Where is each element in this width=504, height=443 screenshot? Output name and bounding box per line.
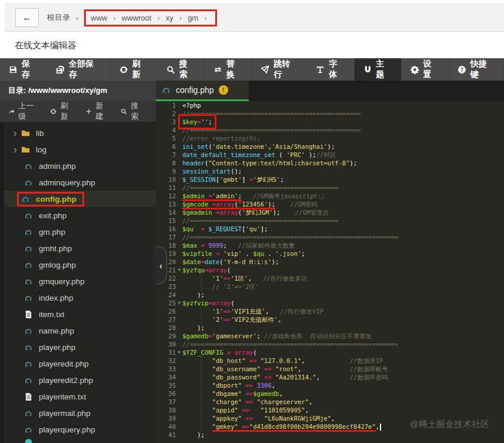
search-button[interactable]: 搜索	[121, 101, 144, 122]
online-text-editor-app: ← 根目录 › www›wwwroot›xy›gm› 在线文本编辑器 保存全部保…	[0, 0, 504, 443]
code-line: 33 "db_username" => "root", //数据库帐号	[156, 365, 504, 373]
code-text: ini_set('date.timezone','Asia/Shanghai')…	[182, 142, 335, 151]
hotkeys-button[interactable]: 快捷键	[449, 58, 504, 81]
tree-item-name-php[interactable]: name.php	[4, 322, 156, 339]
code-text: $qu = $_REQUEST['qu'];	[182, 225, 268, 233]
code-editor[interactable]: config.php ! 1<?php2//==================…	[156, 81, 504, 443]
tree-item-playeritem-txt[interactable]: playeritem.txt	[4, 388, 156, 405]
up-level-button[interactable]: 上一级	[8, 101, 38, 122]
code-text: "db_host" => "127.0.0.1", //数据库IP	[182, 357, 383, 365]
line-number: 6	[156, 142, 176, 151]
tab-config-php[interactable]: config.php !	[156, 81, 249, 101]
fold-slot	[176, 365, 182, 373]
code-line: 34 "db_password" => "Aa201314.", //数据库密码	[156, 373, 504, 381]
breadcrumb-bar: ← 根目录 › www›wwwroot›xy›gm›	[5, 4, 504, 32]
tree-item-gmquery-php[interactable]: gmquery.php	[4, 273, 156, 289]
annotation-box: $key='';	[182, 118, 212, 125]
code-text: //======================================…	[182, 340, 398, 348]
code-line: 11//====================================…	[156, 184, 504, 192]
breadcrumb-separator: ›	[179, 14, 182, 22]
breadcrumb-item-wwwroot[interactable]: wwwroot	[121, 14, 153, 22]
tree-item-log[interactable]: log	[4, 141, 156, 158]
file-name: gmlog.php	[39, 261, 76, 269]
tree-item-item-txt[interactable]: item.txt	[4, 306, 156, 322]
fold-slot	[176, 291, 182, 299]
refresh-icon	[50, 108, 56, 115]
goto-line-button[interactable]: 跳转行	[252, 58, 307, 81]
line-number: 2	[156, 109, 176, 118]
code-line: 6ini_set('date.timezone','Asia/Shanghai'…	[156, 142, 504, 151]
search-button[interactable]: 搜索	[158, 58, 205, 81]
code-line: 16$qu = $_REQUEST['qu'];	[156, 225, 504, 233]
code-text: );	[182, 431, 205, 439]
tree-item-gmlog-php[interactable]: gmlog.php	[4, 257, 156, 273]
tree-item-admin-php[interactable]: admin.php	[4, 158, 156, 174]
file-name: log	[36, 145, 46, 154]
fold-arrow-icon[interactable]: ▼	[176, 266, 182, 274]
tree-item-playeredit2-php[interactable]: playeredit2.php	[4, 372, 156, 388]
refresh-button[interactable]: 刷新	[50, 101, 74, 122]
code-text: '2'=>'VIP2充值邮件',	[182, 315, 281, 324]
php-icon	[24, 294, 33, 302]
breadcrumb-separator: ›	[76, 14, 78, 22]
folder-icon	[21, 145, 30, 154]
code-line: 22 '1'=>'1区', //自行修改多区	[156, 274, 504, 282]
theme-button[interactable]: 主题	[355, 58, 402, 81]
tree-item-exit-php[interactable]: exit.php	[4, 207, 156, 224]
tree-item-gm-php[interactable]: gm.php	[4, 224, 156, 240]
code-text: $yzfqu=array(	[182, 266, 231, 274]
txt-icon	[24, 310, 33, 319]
refresh-icon	[119, 65, 128, 74]
breadcrumb-item-xy[interactable]: xy	[165, 14, 175, 22]
line-number: 13	[156, 200, 176, 208]
line-number: 12	[156, 192, 176, 200]
settings-button[interactable]: 设置	[402, 58, 449, 81]
breadcrumb-root[interactable]: 根目录	[46, 12, 71, 23]
breadcrumb-item-gm[interactable]: gm	[186, 14, 199, 22]
tree-item-gmht-php[interactable]: gmht.php	[4, 240, 156, 257]
tree-item-index-php[interactable]: index.php	[4, 289, 156, 306]
fold-slot	[176, 357, 182, 365]
tree-item-player-php[interactable]: player.php	[4, 339, 156, 355]
code-text: //error_reporting(0);	[182, 134, 261, 142]
back-button[interactable]: ←	[15, 8, 39, 27]
code-line: 24 );	[156, 291, 504, 299]
tree-item-lib[interactable]: lib	[4, 125, 156, 141]
file-name: admin.php	[39, 162, 76, 171]
font-button[interactable]: 字体	[307, 58, 354, 81]
save-button[interactable]: 保存	[0, 58, 47, 81]
fold-slot	[176, 340, 182, 348]
tree-item-config-php[interactable]: config.php	[4, 191, 156, 207]
fold-arrow-icon[interactable]: ▼	[176, 299, 182, 307]
fold-arrow-icon[interactable]: ▼	[176, 348, 182, 357]
refresh-button[interactable]: 刷新	[111, 58, 158, 81]
replace-button[interactable]: 替换	[205, 58, 252, 81]
code-line: 23 // '2'=>'2区'	[156, 282, 504, 291]
code-line: 1<?php	[156, 101, 504, 109]
breadcrumb-item-www[interactable]: www	[89, 14, 108, 22]
code-line: 35 "dbport" => 3306,	[156, 381, 504, 389]
fold-slot	[176, 208, 182, 216]
code-area[interactable]: 1<?php2//===============================…	[156, 101, 504, 443]
sidebar-collapse-handle[interactable]: ‹	[155, 247, 167, 284]
line-number: 41	[156, 431, 176, 439]
tree-item-partial[interactable]	[4, 438, 156, 443]
fold-slot	[176, 241, 182, 249]
tree-item-playerquery-php[interactable]: playerquery.php	[4, 421, 156, 438]
php-icon	[24, 228, 33, 237]
tree-item-playermail-php[interactable]: playermail.php	[4, 405, 156, 421]
line-number: 7	[156, 151, 176, 159]
tree-item-adminquery-php[interactable]: adminquery.php	[4, 174, 156, 191]
line-number: 11	[156, 184, 176, 192]
folder-icon	[21, 129, 30, 138]
save-all-label: 全部保存	[69, 59, 101, 80]
code-line: 29$gamedb='gameserver'; //游戏角色库 自动识别分区不需…	[156, 332, 504, 340]
editor-toolbar: 保存全部保存刷新搜索替换跳转行字体主题设置快捷键	[0, 58, 504, 81]
save-all-button[interactable]: 全部保存	[47, 58, 111, 81]
code-text: $YZF_CONFIG = array(	[182, 348, 256, 357]
code-line: 37 "charge" => "chargeserver",	[156, 398, 504, 406]
fold-slot	[176, 381, 182, 389]
tree-item-playeredit-php[interactable]: playeredit.php	[4, 355, 156, 372]
new-file-button[interactable]: 新建	[85, 101, 109, 122]
php-icon	[24, 277, 33, 286]
